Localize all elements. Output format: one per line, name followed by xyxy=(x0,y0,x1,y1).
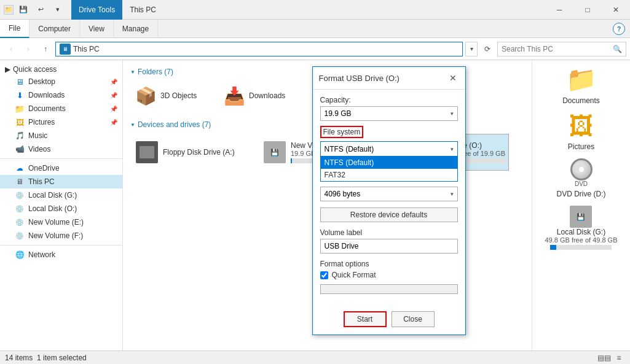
content-area: Folders (7) 📦 3D Objects 📥 Downloads 📹 V… xyxy=(123,60,532,350)
capacity-dropdown-icon: ▾ xyxy=(451,110,454,117)
filesystem-select[interactable]: NTFS (Default) ▾ xyxy=(320,141,458,156)
sidebar-item-pictures[interactable]: 🖼 Pictures 📌 xyxy=(0,115,122,129)
volume-label-input[interactable] xyxy=(320,239,458,254)
view-toggle: ▤▤ ≡ xyxy=(598,352,625,364)
folder-dl-icon: 📥 xyxy=(224,86,244,106)
quick-format-checkbox[interactable] xyxy=(320,271,328,279)
quick-format-row: Quick Format xyxy=(320,271,458,279)
right-panel: 📁 Documents 🖼 Pictures DVD DVD Drive (D:… xyxy=(532,60,630,350)
right-panel-local-g[interactable]: 💾 Local Disk (G:) 49.8 GB free of 49.8 G… xyxy=(537,206,625,250)
dropdown-arrow-button[interactable]: ▾ xyxy=(50,2,65,17)
grid-view-button[interactable]: ▤▤ xyxy=(598,352,610,364)
folder-item-downloads[interactable]: 📥 Downloads xyxy=(219,81,305,110)
modal-body: Capacity: 19.9 GB ▾ File system NTFS (De… xyxy=(313,90,465,306)
address-folder-icon: 🖥 xyxy=(60,44,71,55)
allocation-select[interactable]: 4096 bytes ▾ xyxy=(320,187,458,201)
videos-icon: 📹 xyxy=(15,144,25,154)
help-button[interactable]: ? xyxy=(613,23,625,35)
quick-access-header[interactable]: ▶ Quick access xyxy=(0,64,122,75)
sidebar-item-music[interactable]: 🎵 Music xyxy=(0,129,122,142)
capacity-label: Capacity: xyxy=(320,96,458,104)
save-button[interactable]: 💾 xyxy=(16,2,31,17)
floppy-icon xyxy=(136,141,158,163)
search-input[interactable] xyxy=(502,45,613,53)
pin-icon: 📌 xyxy=(110,92,117,99)
sidebar-item-downloads[interactable]: ⬇ Downloads 📌 xyxy=(0,88,122,102)
format-dialog: Format USB Drive (O:) ✕ Capacity: 19.9 G… xyxy=(312,66,466,335)
local-g-icon: 💾 xyxy=(570,206,592,228)
modal-title-bar: Format USB Drive (O:) ✕ xyxy=(313,67,465,90)
restore-defaults-button[interactable]: Restore device defaults xyxy=(320,207,458,222)
drive-item-floppy[interactable]: Floppy Disk Drive (A:) xyxy=(130,134,253,171)
filesystem-option-ntfs[interactable]: NTFS (Default) xyxy=(321,157,457,169)
folder-item-3dobjects[interactable]: 📦 3D Objects xyxy=(130,81,216,110)
tab-manage[interactable]: Manage xyxy=(114,20,158,38)
sidebar-item-videos[interactable]: 📹 Videos xyxy=(0,142,122,156)
up-button[interactable]: ↑ xyxy=(38,42,53,56)
address-dropdown-button[interactable]: ▾ xyxy=(465,42,478,56)
right-panel-dvd[interactable]: DVD DVD Drive (D:) xyxy=(537,158,625,198)
maximize-button[interactable]: □ xyxy=(573,0,602,20)
drive-tools-label: Drive Tools xyxy=(79,6,115,14)
address-field[interactable]: 🖥 This PC xyxy=(55,42,463,56)
sidebar-item-documents[interactable]: 📁 Documents 📌 xyxy=(0,102,122,115)
modal-title: Format USB Drive (O:) xyxy=(319,74,400,83)
window-title-label: This PC xyxy=(122,6,163,14)
right-panel-documents[interactable]: 📁 Documents xyxy=(537,65,625,105)
list-view-button[interactable]: ≡ xyxy=(613,352,625,364)
filesystem-dropdown-icon: ▾ xyxy=(451,146,454,152)
pin-icon: 📌 xyxy=(110,79,117,85)
progress-row xyxy=(320,284,458,294)
filesystem-option-fat32[interactable]: FAT32 xyxy=(321,169,457,181)
modal-close-button[interactable]: ✕ xyxy=(447,72,459,84)
ribbon-right: ? xyxy=(613,23,630,35)
drive-o-icon: 💿 xyxy=(15,204,25,214)
capacity-select[interactable]: 19.9 GB ▾ xyxy=(320,106,458,121)
sidebar-item-desktop[interactable]: 🖥 Desktop 📌 xyxy=(0,75,122,88)
local-g-info: 💾 Local Disk (G:) 49.8 GB free of 49.8 G… xyxy=(545,206,617,250)
status-bar: 14 items 1 item selected ▤▤ ≡ xyxy=(0,350,630,364)
sidebar-drive-e[interactable]: 💿 New Volume (E:) xyxy=(0,215,122,229)
search-box[interactable]: 🔍 xyxy=(497,42,626,56)
minimize-button[interactable]: ─ xyxy=(545,0,573,20)
sidebar-drive-o[interactable]: 💿 Local Disk (O:) xyxy=(0,202,122,215)
title-bar: 📁 💾 ↩ ▾ Drive Tools This PC ─ □ ✕ xyxy=(0,0,630,20)
pin-icon: 📌 xyxy=(110,119,117,126)
quick-access-toolbar: 📁 💾 ↩ ▾ xyxy=(0,2,69,17)
sidebar-item-onedrive[interactable]: ☁ OneDrive xyxy=(0,161,122,175)
tab-computer[interactable]: Computer xyxy=(30,20,80,38)
sidebar-item-network[interactable]: 🌐 Network xyxy=(0,248,122,261)
thispc-icon: 🖥 xyxy=(15,177,25,187)
item-count: 14 items xyxy=(5,354,33,362)
music-icon: 🎵 xyxy=(15,131,25,141)
tab-file[interactable]: File xyxy=(0,20,30,38)
refresh-button[interactable]: ⟳ xyxy=(480,42,495,56)
close-button[interactable]: ✕ xyxy=(602,0,630,20)
close-button[interactable]: Close xyxy=(392,311,435,327)
format-options-label: Format options xyxy=(320,260,458,268)
dvd-icon: DVD xyxy=(570,158,593,187)
onedrive-icon: ☁ xyxy=(15,163,25,173)
right-panel-pictures[interactable]: 🖼 Pictures xyxy=(537,112,625,151)
drive-tools-tab[interactable]: Drive Tools xyxy=(71,0,122,20)
back-button[interactable]: ‹ xyxy=(4,42,18,56)
undo-button[interactable]: ↩ xyxy=(33,2,48,17)
drive-floppy-info: Floppy Disk Drive (A:) xyxy=(163,148,235,157)
sidebar-item-thispc[interactable]: 🖥 This PC xyxy=(0,175,122,188)
sidebar: ▶ Quick access 🖥 Desktop 📌 ⬇ Downloads 📌… xyxy=(0,60,123,350)
quick-format-label: Quick Format xyxy=(332,271,376,279)
filesystem-dropdown-list: NTFS (Default) FAT32 xyxy=(320,156,458,182)
address-text: This PC xyxy=(73,45,100,53)
sidebar-drive-g[interactable]: 💿 Local Disk (G:) xyxy=(0,188,122,202)
tab-view[interactable]: View xyxy=(80,20,114,38)
allocation-dropdown-icon: ▾ xyxy=(451,191,454,197)
right-documents-icon: 📁 xyxy=(566,65,597,94)
filesystem-label: File system xyxy=(320,126,364,138)
start-button[interactable]: Start xyxy=(344,311,387,327)
forward-button[interactable]: › xyxy=(21,42,36,56)
window-controls: ─ □ ✕ xyxy=(545,0,630,20)
pictures-icon: 🖼 xyxy=(15,117,25,127)
right-pictures-icon: 🖼 xyxy=(569,112,594,140)
sidebar-drive-f[interactable]: 💿 New Volume (F:) xyxy=(0,229,122,242)
drive-g-icon: 💿 xyxy=(15,190,25,200)
